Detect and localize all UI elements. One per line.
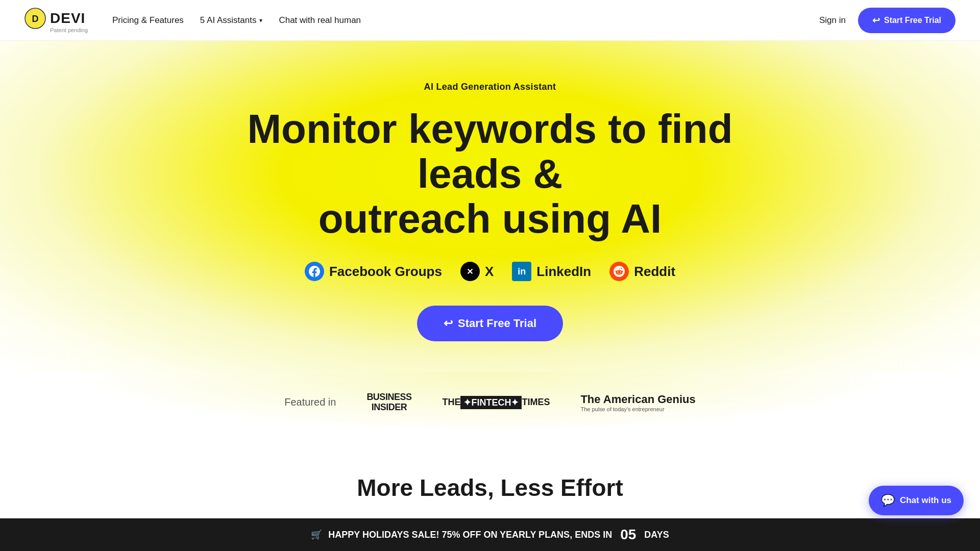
more-leads-section: More Leads, Less Effort (0, 443, 980, 522)
nav-start-trial-button[interactable]: ↩ Start Free Trial (858, 8, 955, 33)
platform-reddit: Reddit (609, 262, 675, 281)
chevron-down-icon: ▾ (259, 17, 262, 24)
brand-name: DEVI (50, 10, 85, 27)
featured-section: Featured in BUSINESS INSIDER THE ✦FINTEC… (0, 372, 980, 443)
nav-right: Sign in ↩ Start Free Trial (819, 8, 955, 33)
ag-sub: The pulse of today's entrepreneur (580, 406, 695, 412)
nav-ai-assistants[interactable]: 5 AI Assistants ▾ (200, 15, 263, 26)
reddit-icon (609, 262, 629, 281)
login-icon: ↩ (872, 15, 880, 26)
nav-pricing-features[interactable]: Pricing & Features (112, 15, 184, 26)
business-insider-logo: BUSINESS INSIDER (366, 392, 411, 413)
x-icon: ✕ (460, 262, 480, 281)
more-leads-title: More Leads, Less Effort (24, 474, 955, 502)
hero-section: AI Lead Generation Assistant Monitor key… (0, 41, 980, 372)
chat-icon: 💬 (881, 494, 895, 507)
navbar: D DEVI Patent pending Pricing & Features… (0, 0, 980, 41)
social-platforms: Facebook Groups ✕ X in LinkedIn Reddit (305, 262, 675, 281)
nav-links: Pricing & Features 5 AI Assistants ▾ Cha… (112, 15, 361, 26)
devi-logo-icon: D (24, 8, 46, 29)
hero-subtitle: AI Lead Generation Assistant (424, 82, 556, 92)
facebook-label: Facebook Groups (329, 264, 442, 280)
fintech-times-logo: THE ✦FINTECH✦ TIMES (442, 396, 550, 409)
nav-left: D DEVI Patent pending Pricing & Features… (24, 8, 361, 33)
linkedin-icon: in (512, 262, 531, 281)
banner-unit: DAYS (644, 530, 669, 540)
platform-x: ✕ X (460, 262, 494, 281)
facebook-icon (305, 262, 324, 281)
x-label: X (485, 264, 494, 280)
hero-title: Monitor keywords to find leads & outreac… (209, 107, 771, 241)
featured-label: Featured in (284, 396, 336, 408)
fintech-highlight: ✦FINTECH✦ (460, 396, 522, 409)
banner-countdown: 05 (620, 527, 636, 543)
platform-facebook: Facebook Groups (305, 262, 442, 281)
logo-row: D DEVI (24, 8, 85, 29)
hero-cta-icon: ↩ (444, 317, 453, 330)
chat-widget[interactable]: 💬 Chat with us (869, 486, 964, 515)
banner-icon: 🛒 (311, 529, 322, 540)
nav-chat-human[interactable]: Chat with real human (279, 15, 361, 26)
linkedin-label: LinkedIn (536, 264, 591, 280)
hero-cta-button[interactable]: ↩ Start Free Trial (417, 306, 563, 341)
fintech-suffix: TIMES (522, 397, 550, 408)
platform-linkedin: in LinkedIn (512, 262, 591, 281)
svg-text:D: D (32, 14, 39, 24)
reddit-label: Reddit (634, 264, 675, 280)
american-genius-logo: The American Genius The pulse of today's… (580, 393, 695, 412)
signin-link[interactable]: Sign in (819, 15, 846, 26)
fintech-prefix: THE (442, 397, 460, 408)
logo-area: D DEVI Patent pending (24, 8, 88, 33)
banner-text: HAPPY HOLIDAYS SALE! 75% OFF ON YEARLY P… (328, 530, 612, 540)
patent-label: Patent pending (50, 27, 88, 33)
ag-main: The American Genius (580, 393, 695, 406)
bottom-banner: 🛒 HAPPY HOLIDAYS SALE! 75% OFF ON YEARLY… (0, 518, 980, 551)
